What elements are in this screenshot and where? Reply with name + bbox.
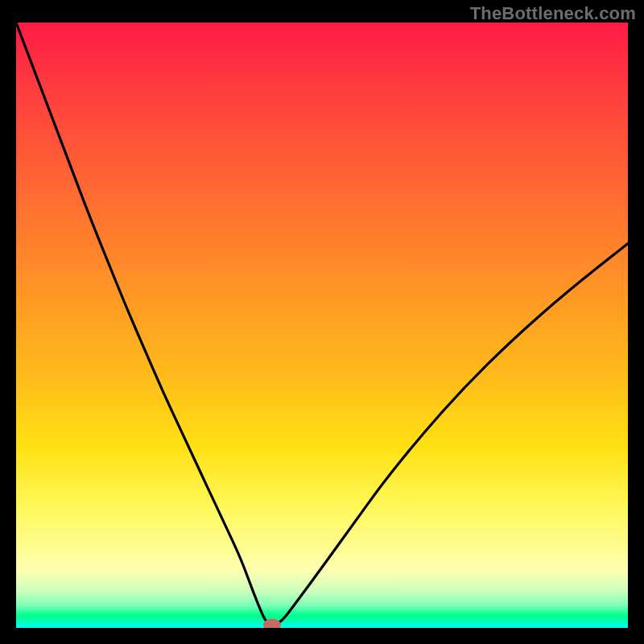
optimal-point-marker [263, 619, 281, 628]
curve-path [16, 23, 628, 625]
bottleneck-curve [16, 23, 628, 628]
chart-container: TheBottleneck.com [0, 0, 644, 644]
watermark-text: TheBottleneck.com [470, 3, 636, 24]
plot-area [16, 23, 628, 628]
